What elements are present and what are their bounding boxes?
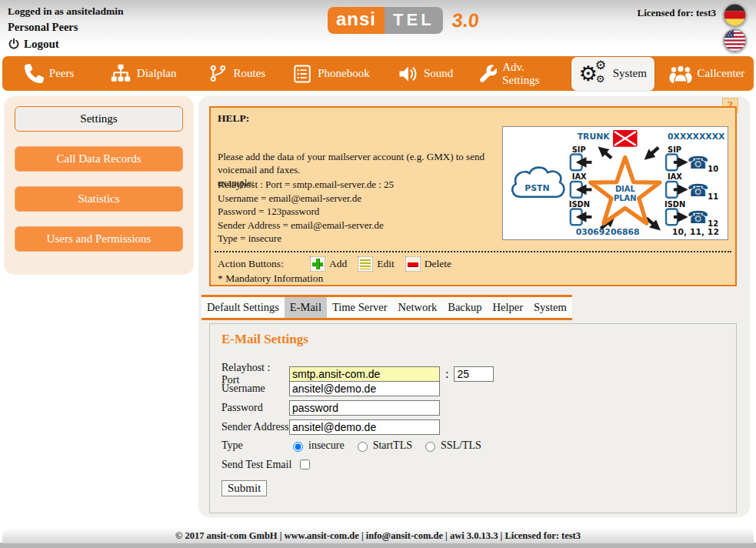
- help-example-line: Password = 123password: [218, 205, 394, 219]
- logged-in-text: Logged in as ansiteladmin: [8, 5, 123, 18]
- nav-label: Routes: [233, 67, 265, 80]
- dialplan-text-2: PLAN: [614, 194, 636, 202]
- sender-row: Sender Address: [221, 419, 440, 435]
- footer: © 2017 ansit-com GmbH | www.ansit-com.de…: [2, 528, 754, 543]
- type-option-label: insecure: [308, 439, 345, 452]
- type-radio-starttls[interactable]: [358, 442, 368, 452]
- phone-icon: [25, 64, 44, 83]
- ansitel-logo: ansi TEL 3.0: [328, 7, 478, 33]
- logo-ansi: ansi: [328, 7, 385, 34]
- edit-label: Edit: [377, 258, 395, 270]
- tab-email[interactable]: E-Mail: [285, 297, 327, 318]
- dialplan-text-1: DIAL: [615, 185, 635, 193]
- svg-text:IAX: IAX: [668, 172, 682, 181]
- nav-label: Sound: [424, 67, 453, 80]
- username-row: Username: [221, 381, 440, 396]
- action-buttons-legend: Action Buttons: Add Edit Delete: [218, 256, 462, 272]
- username-input[interactable]: [289, 381, 440, 396]
- nav-label: Callcenter: [698, 67, 745, 80]
- password-row: Password: [221, 400, 440, 416]
- extensions-label: 10, 11, 12: [672, 227, 719, 237]
- submit-button[interactable]: Submit: [221, 480, 267, 496]
- svg-text:SIP: SIP: [668, 145, 681, 154]
- email-icon: [613, 130, 638, 147]
- speaker-icon: [397, 63, 418, 85]
- logo-version: 3.0: [451, 9, 480, 32]
- people-icon: [669, 62, 692, 85]
- help-example-line: Username = email@email-server.de: [218, 192, 394, 206]
- tab-network[interactable]: Network: [392, 297, 442, 318]
- help-intro-line1: Please add the data of your mailserver a…: [218, 151, 485, 175]
- delete-icon: [405, 256, 421, 272]
- nav-label: Phonebook: [318, 67, 370, 80]
- relayhost-input[interactable]: [289, 366, 440, 382]
- sidebar-item-call-data-records[interactable]: Call Data Records: [15, 146, 183, 172]
- svg-text:ISDN: ISDN: [569, 200, 590, 209]
- nav-item-adv-settings[interactable]: Adv. Settings: [472, 56, 566, 91]
- left-protocol-isdn: ISDN: [569, 200, 592, 226]
- right-protocol-iax: IAX ☎ 11: [666, 172, 718, 201]
- svg-text:11: 11: [708, 192, 718, 201]
- type-radio-insecure[interactable]: [293, 442, 303, 452]
- help-example-line: Relayhost : Port = smtp.email-server.de …: [218, 178, 394, 192]
- nav-item-sound[interactable]: Sound: [378, 56, 472, 91]
- dotted-separator: [215, 251, 731, 252]
- main-panel: ? HELP: Please add the data of your mail…: [198, 96, 750, 517]
- nav-item-routes[interactable]: Routes: [190, 56, 284, 91]
- tab-time-server[interactable]: Time Server: [327, 297, 393, 318]
- send-test-row: Send Test Email: [221, 457, 312, 472]
- sidebar-item-users-permissions[interactable]: Users and Permissions: [15, 226, 183, 252]
- logo-tel: TEL: [385, 7, 443, 34]
- type-option-label: StartTLS: [373, 439, 412, 452]
- nav-item-phonebook[interactable]: Phonebook: [284, 56, 378, 91]
- nav-label: Dialplan: [137, 67, 177, 80]
- svg-text:IAX: IAX: [572, 172, 587, 181]
- us-flag[interactable]: [723, 28, 747, 52]
- type-option-label: SSL/TLS: [441, 439, 481, 452]
- logout-button[interactable]: Logout: [8, 37, 123, 52]
- nav-label: Peers: [49, 67, 75, 80]
- sender-input[interactable]: [289, 419, 440, 435]
- tab-default-settings[interactable]: Default Settings: [201, 297, 285, 318]
- tab-system[interactable]: System: [528, 297, 572, 318]
- send-test-label: Send Test Email: [221, 459, 297, 471]
- phone-icon: ☎: [688, 152, 709, 172]
- licensed-text: Licensed for: test3: [637, 7, 716, 19]
- delete-label: Delete: [425, 258, 451, 270]
- logout-label: Logout: [24, 37, 59, 52]
- nav-item-peers[interactable]: Peers: [2, 56, 96, 91]
- main-navbar: Peers Dialplan Routes: [2, 56, 754, 91]
- port-input[interactable]: [454, 366, 494, 382]
- sidebar-item-settings[interactable]: Settings: [15, 106, 183, 132]
- sidebar-item-statistics[interactable]: Statistics: [15, 186, 183, 212]
- add-icon: [310, 256, 325, 272]
- tab-backup[interactable]: Backup: [442, 297, 487, 318]
- phone-icon: ☎: [688, 207, 709, 227]
- right-protocol-isdn: ISDN ☎ 12: [664, 200, 718, 229]
- context-title: Personal Peers: [8, 20, 123, 34]
- sender-label: Sender Address: [221, 421, 289, 433]
- nav-item-dialplan[interactable]: Dialplan: [96, 56, 190, 91]
- outgoing-mask: 0XXXXXXXX: [668, 132, 725, 142]
- password-input[interactable]: [289, 400, 440, 416]
- arrow-top-right: [647, 148, 658, 158]
- tab-helper[interactable]: Helper: [488, 297, 528, 318]
- header: Logged in as ansiteladmin Personal Peers…: [0, 0, 756, 55]
- sidebar: Settings Call Data Records Statistics Us…: [4, 96, 194, 275]
- nav-item-callcenter[interactable]: Callcenter: [660, 56, 754, 91]
- type-radio-ssltls[interactable]: [425, 442, 435, 452]
- help-example: Relayhost : Port = smtp.email-server.de …: [218, 178, 394, 246]
- nav-label: System: [613, 67, 647, 80]
- wrench-icon: [480, 64, 498, 83]
- session-info: Logged in as ansiteladmin Personal Peers…: [8, 5, 123, 52]
- svg-text:SIP: SIP: [572, 145, 586, 154]
- edit-icon: [358, 256, 373, 272]
- left-protocol-sip: SIP: [571, 145, 592, 171]
- german-flag[interactable]: [723, 3, 747, 27]
- send-test-checkbox[interactable]: [300, 459, 310, 469]
- svg-text:ISDN: ISDN: [664, 200, 685, 209]
- nav-item-system[interactable]: ⚙⚙⚙ System: [566, 56, 660, 91]
- left-protocol-iax: IAX: [571, 172, 592, 198]
- type-row: Type insecure StartTLS SSL/TLS: [221, 439, 491, 452]
- svg-text:10: 10: [708, 165, 718, 173]
